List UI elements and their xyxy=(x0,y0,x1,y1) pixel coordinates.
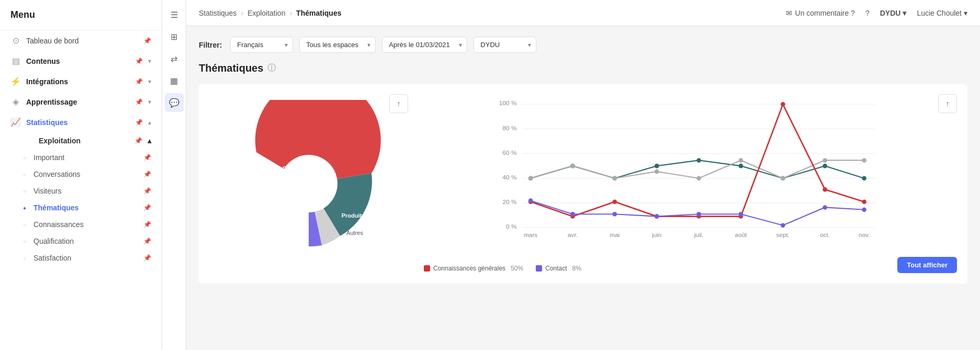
svg-point-60 xyxy=(823,205,827,210)
sidebar-label: Satisfaction xyxy=(33,254,138,262)
legend-color-dot xyxy=(536,265,542,272)
svg-text:100 %: 100 % xyxy=(499,99,517,106)
apprentissage-icon: ◈ xyxy=(10,97,21,107)
sidebar-title: Menu xyxy=(0,0,162,30)
svg-text:juil.: juil. xyxy=(694,231,704,238)
filter-bar: Filtrer: Français Tous les espaces Après… xyxy=(199,37,967,53)
content-area: Filtrer: Français Tous les espaces Après… xyxy=(186,26,980,350)
pie-export-button[interactable]: ↑ xyxy=(389,94,408,113)
sidebar-item-conversations[interactable]: ○ Conversations 📌 xyxy=(16,166,162,183)
sidebar-item-qualification[interactable]: ○ Qualification 📌 xyxy=(16,233,162,250)
comment-button[interactable]: ✉ Un commentaire ? xyxy=(786,9,855,17)
topbar: Statistiques › Exploitation › Thématique… xyxy=(186,0,980,26)
sidebar-label: Apprentissage xyxy=(26,98,130,106)
main-content: Statistiques › Exploitation › Thématique… xyxy=(186,0,980,350)
chevron-down-icon: ▾ xyxy=(903,9,906,17)
sidebar-item-satisfaction[interactable]: ○ Satisfaction 📌 xyxy=(16,250,162,266)
sidebar-item-contenus[interactable]: ▤ Contenus 📌 ▾ xyxy=(0,51,162,71)
sidebar-item-tableau-de-bord[interactable]: ⊙ Tableau de bord 📌 xyxy=(0,30,162,51)
svg-point-37 xyxy=(613,176,617,180)
svg-text:60 %: 60 % xyxy=(503,149,517,156)
exploitation-subnav: Exploitation 📌 ▴ ○ Important 📌 ○ Convers… xyxy=(0,132,162,266)
legend-pct: 50% xyxy=(511,265,523,272)
breadcrumb-exploitation[interactable]: Exploitation xyxy=(247,9,285,17)
svg-text:sept.: sept. xyxy=(776,231,790,238)
sidebar-label: Exploitation xyxy=(39,137,129,145)
pin-icon: 📌 xyxy=(143,204,151,211)
sidebar-item-connaissances[interactable]: ○ Connaissances 📌 xyxy=(16,216,162,233)
line-chart-area: ↑ 100 % 80 % 60 % 40 % 20 % 0 % xyxy=(424,94,957,273)
sidebar: Menu ⊙ Tableau de bord 📌 ▤ Contenus 📌 ▾ … xyxy=(0,0,162,350)
line-chart-svg: 100 % 80 % 60 % 40 % 20 % 0 % mars avr. xyxy=(424,94,957,251)
breadcrumb-current: Thématiques xyxy=(296,9,341,17)
sidebar-item-exploitation[interactable]: Exploitation 📌 ▴ xyxy=(16,132,162,149)
svg-point-34 xyxy=(862,176,866,180)
panel-btn-chat[interactable]: 💬 xyxy=(165,93,184,112)
chevron-down-icon: ▾ xyxy=(148,98,151,106)
panel-btn-menu[interactable]: ☰ xyxy=(165,5,184,24)
bullet-icon: ○ xyxy=(21,188,28,194)
bullet-icon: ○ xyxy=(21,222,28,228)
sidebar-item-important[interactable]: ○ Important 📌 xyxy=(16,149,162,166)
date-select[interactable]: Après le 01/03/2021 xyxy=(382,37,467,53)
sidebar-item-integrations[interactable]: ⚡ Intégrations 📌 ▾ xyxy=(0,71,162,92)
chevron-up-icon: ▴ xyxy=(148,137,151,145)
breadcrumb-sep-2: › xyxy=(289,9,292,17)
sidebar-label: Qualification xyxy=(33,237,138,245)
send-icon: ✉ xyxy=(786,9,792,17)
bot-select[interactable]: DYDU xyxy=(474,37,536,53)
svg-point-0 xyxy=(280,155,337,212)
sidebar-item-thematiques[interactable]: ● Thématiques 📌 xyxy=(16,199,162,216)
panel-btn-chart[interactable]: ▦ xyxy=(165,71,184,90)
sidebar-label: Statistiques xyxy=(26,118,130,127)
pin-icon: 📌 xyxy=(143,171,151,178)
pin-icon: 📌 xyxy=(135,58,143,65)
help-button[interactable]: ? xyxy=(865,9,870,17)
sidebar-label: Thématiques xyxy=(33,204,138,212)
bot-select-wrapper: DYDU xyxy=(474,37,536,53)
svg-text:mars: mars xyxy=(524,231,537,238)
svg-text:mai: mai xyxy=(610,231,619,238)
bullet-active-icon: ● xyxy=(21,205,28,211)
svg-text:Produit: Produit xyxy=(342,212,362,219)
breadcrumb-sep-1: › xyxy=(241,9,243,17)
legend-item-connaissances: Connaissances générales 50% xyxy=(424,265,523,272)
svg-point-53 xyxy=(528,198,533,203)
svg-text:août: août xyxy=(735,231,747,238)
svg-point-30 xyxy=(696,158,701,163)
dydu-label: DYDU xyxy=(880,9,901,17)
sidebar-item-visiteurs[interactable]: ○ Visiteurs 📌 xyxy=(16,183,162,199)
espace-select[interactable]: Tous les espaces xyxy=(299,37,376,53)
line-export-button[interactable]: ↑ xyxy=(938,94,957,113)
sidebar-label: Contenus xyxy=(26,57,130,65)
svg-text:20 %: 20 % xyxy=(503,198,517,205)
pin-icon: 📌 xyxy=(135,98,143,106)
topbar-right: ✉ Un commentaire ? ? DYDU ▾ Lucie Choule… xyxy=(786,9,967,17)
dydu-dropdown[interactable]: DYDU ▾ xyxy=(880,9,907,17)
svg-text:nov.: nov. xyxy=(859,231,870,238)
pin-icon: 📌 xyxy=(135,78,143,85)
tout-afficher-button[interactable]: Tout afficher xyxy=(897,257,957,273)
pin-icon: 📌 xyxy=(143,187,151,195)
integrations-icon: ⚡ xyxy=(10,76,21,86)
svg-point-55 xyxy=(613,212,617,217)
title-help-icon[interactable]: ⓘ xyxy=(267,63,276,74)
svg-text:0 %: 0 % xyxy=(506,223,517,230)
langue-select[interactable]: Français xyxy=(230,37,293,53)
svg-point-43 xyxy=(862,158,866,163)
svg-point-36 xyxy=(570,164,575,168)
breadcrumb-statistiques[interactable]: Statistiques xyxy=(199,9,236,17)
svg-point-31 xyxy=(739,164,744,168)
sidebar-label: Important xyxy=(33,153,138,162)
page-title: Thématiques ⓘ xyxy=(199,62,967,74)
sidebar-item-apprentissage[interactable]: ◈ Apprentissage 📌 ▾ xyxy=(0,92,162,112)
sidebar-item-statistiques[interactable]: 📈 Statistiques 📌 ▴ xyxy=(0,112,162,132)
panel-btn-transfer[interactable]: ⇄ xyxy=(165,49,184,68)
svg-text:juin: juin xyxy=(651,231,661,238)
svg-point-51 xyxy=(823,187,827,192)
bullet-icon: ○ xyxy=(21,239,28,244)
charts-container: ↑ Connaissances générales Pro xyxy=(199,84,967,284)
user-dropdown[interactable]: Lucie Choulet ▾ xyxy=(917,9,967,17)
help-icon: ? xyxy=(865,9,870,17)
panel-btn-grid[interactable]: ⊞ xyxy=(165,27,184,46)
